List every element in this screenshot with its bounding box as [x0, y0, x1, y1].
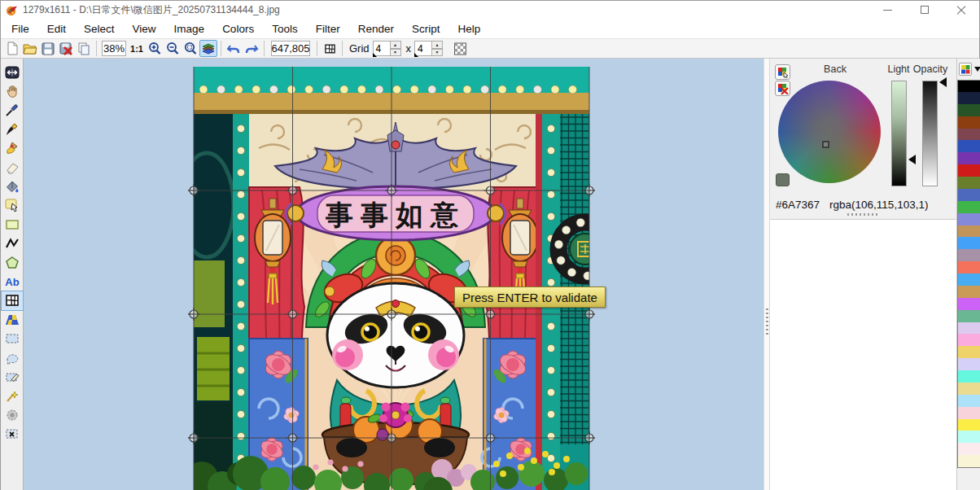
- palette-swatch[interactable]: [957, 249, 980, 262]
- palette-swatch[interactable]: [957, 129, 980, 142]
- palette-swatch[interactable]: [957, 370, 980, 383]
- palette-swatch[interactable]: [957, 80, 980, 93]
- palette-swatch[interactable]: [957, 92, 980, 105]
- tool-brush[interactable]: [2, 139, 23, 158]
- light-slider-marker[interactable]: [908, 155, 916, 164]
- panel-splitter[interactable]: [763, 59, 770, 490]
- palette-swatch[interactable]: [957, 358, 980, 371]
- remove-color-button[interactable]: [775, 81, 790, 96]
- menu-item-edit[interactable]: Edit: [38, 20, 75, 37]
- minimize-button[interactable]: [869, 1, 906, 19]
- opacity-slider[interactable]: [922, 81, 938, 186]
- palette-swatch[interactable]: [957, 189, 980, 202]
- palette-swatch[interactable]: [957, 419, 980, 432]
- canvas-image[interactable]: 事事如意: [194, 67, 589, 490]
- menu-item-file[interactable]: File: [2, 20, 38, 37]
- palette-swatch[interactable]: [957, 140, 980, 153]
- palette-swatch[interactable]: [957, 310, 980, 323]
- grid-rows-spinner[interactable]: 4 ▲▼: [414, 41, 443, 56]
- tool-polygon[interactable]: [2, 253, 23, 272]
- tool-eraser[interactable]: [2, 158, 23, 177]
- light-slider[interactable]: [891, 81, 907, 186]
- palette-swatch[interactable]: [957, 455, 980, 468]
- palette-swatch[interactable]: [957, 261, 980, 274]
- deformation-grid-toolbar-button[interactable]: [321, 40, 339, 57]
- zoom-in-button[interactable]: [146, 40, 164, 57]
- palette-swatch[interactable]: [957, 286, 980, 299]
- menu-item-select[interactable]: Select: [75, 20, 124, 37]
- grid-rows-down-icon[interactable]: ▼: [432, 49, 443, 57]
- tool-perspective[interactable]: [2, 310, 23, 329]
- color-wheel-marker[interactable]: [822, 141, 829, 148]
- pick-color-button[interactable]: [775, 64, 790, 80]
- palette-swatch[interactable]: [957, 334, 980, 347]
- menu-item-colors[interactable]: Colors: [213, 20, 263, 37]
- tool-fill[interactable]: [2, 177, 23, 195]
- tool-lasso[interactable]: [2, 348, 23, 367]
- open-file-button[interactable]: [21, 40, 39, 57]
- tool-rectangle[interactable]: [2, 215, 23, 234]
- palette-swatch[interactable]: [957, 346, 980, 359]
- tool-magic-wand[interactable]: [2, 387, 23, 405]
- tool-deformation-grid[interactable]: [2, 291, 23, 310]
- palette-swatch[interactable]: [957, 225, 980, 238]
- palette-swatch[interactable]: [957, 104, 980, 117]
- tool-move-layer[interactable]: [2, 63, 23, 81]
- tool-curve[interactable]: [2, 234, 23, 253]
- palette-swatch[interactable]: [957, 177, 980, 190]
- palette-swatch[interactable]: [957, 395, 980, 408]
- tool-text[interactable]: Ab: [2, 272, 23, 291]
- tool-move-selection[interactable]: [2, 196, 23, 215]
- palette-swatch[interactable]: [957, 116, 980, 129]
- tool-selection-mask[interactable]: [2, 405, 23, 424]
- tool-color-picker[interactable]: [2, 101, 23, 120]
- tool-deselect[interactable]: [2, 425, 23, 444]
- redo-button[interactable]: [243, 40, 260, 57]
- palette-swatch[interactable]: [957, 152, 980, 165]
- menu-item-image[interactable]: Image: [165, 20, 214, 37]
- grid-cols-down-icon[interactable]: ▼: [391, 49, 401, 57]
- tool-hand[interactable]: [2, 81, 23, 100]
- palette-swatch[interactable]: [957, 443, 980, 456]
- palette-swatch[interactable]: [957, 213, 980, 226]
- undo-button[interactable]: [225, 40, 243, 57]
- tool-selection-pen[interactable]: [2, 367, 23, 386]
- zoom-out-button[interactable]: [164, 40, 182, 57]
- save-button[interactable]: [39, 40, 57, 57]
- close-image-button[interactable]: [57, 40, 75, 57]
- palette-swatch[interactable]: [957, 298, 980, 311]
- close-button[interactable]: [943, 1, 979, 19]
- menu-item-tools[interactable]: Tools: [263, 20, 307, 37]
- palette-menu-button[interactable]: [959, 63, 972, 76]
- texture-button[interactable]: [451, 40, 469, 57]
- palette-swatch[interactable]: [957, 407, 980, 420]
- palette-swatch[interactable]: [957, 273, 980, 287]
- new-file-button[interactable]: [3, 40, 21, 57]
- grid-cols-spinner[interactable]: 4 ▲▼: [373, 41, 401, 56]
- canvas-workspace[interactable]: 事事如意: [24, 59, 763, 490]
- palette-swatch[interactable]: [957, 383, 980, 396]
- palette-swatch[interactable]: [957, 322, 980, 335]
- palette-swatch[interactable]: [957, 201, 980, 214]
- maximize-button[interactable]: [906, 1, 943, 19]
- color-wheel[interactable]: [778, 81, 881, 183]
- opacity-slider-marker[interactable]: [939, 77, 947, 87]
- copy-button[interactable]: [75, 40, 93, 57]
- palette-swatch[interactable]: [957, 237, 980, 250]
- menu-item-render[interactable]: Render: [349, 20, 403, 37]
- grid-cols-up-icon[interactable]: ▲: [391, 41, 401, 49]
- tool-pen[interactable]: [2, 120, 23, 138]
- zoom-fit-button[interactable]: [182, 40, 199, 57]
- zoom-level-field[interactable]: 38%: [102, 41, 126, 56]
- menu-item-filter[interactable]: Filter: [307, 20, 349, 37]
- tool-rect-select[interactable]: [2, 330, 23, 348]
- menu-item-help[interactable]: Help: [448, 20, 489, 37]
- grid-rows-up-icon[interactable]: ▲: [432, 41, 443, 49]
- palette-swatch[interactable]: [957, 431, 980, 444]
- palette-swatch[interactable]: [957, 164, 980, 177]
- menu-item-script[interactable]: Script: [403, 20, 449, 37]
- menu-item-view[interactable]: View: [124, 20, 165, 37]
- layers-button[interactable]: [199, 40, 217, 57]
- zoom-1to1-button[interactable]: 1:1: [128, 40, 146, 57]
- current-color-swatch[interactable]: [776, 173, 790, 186]
